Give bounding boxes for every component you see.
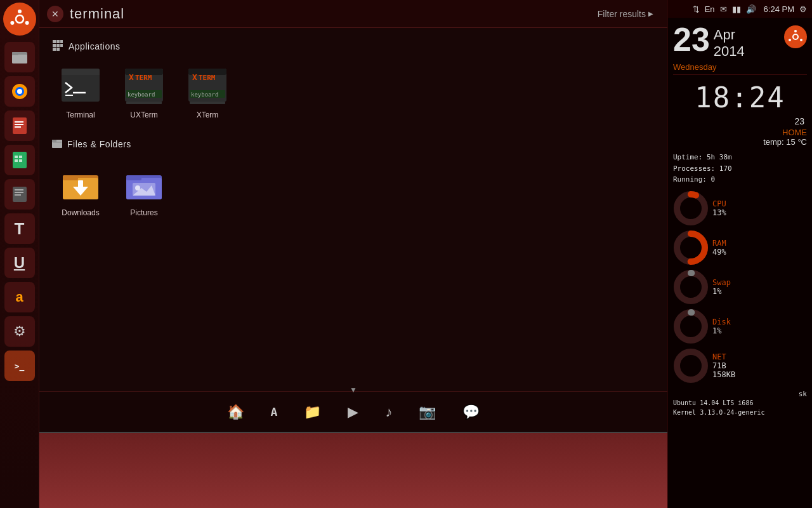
photos-dock-icon[interactable]: 📷 [415,400,440,424]
ubuntu-logo [784,25,807,48]
pictures-folder-label: Pictures [121,208,167,217]
uxterm-app-label: UXTerm [121,110,167,119]
keyboard-layout-label[interactable]: En [705,4,715,14]
svg-rect-34 [62,73,100,75]
files-dock-icon[interactable]: 📁 [300,400,325,424]
svg-rect-28 [56,44,60,47]
launcher-text-editor[interactable]: T [4,213,35,244]
xterm-app-icon: X TERM keyboard [187,66,228,107]
os-info: Ubuntu 14.04 LTS i686 Kernel 3.13.0-24-g… [673,398,807,417]
date-month-year: Apr 2014 [714,27,745,60]
net-gauge-chart [673,348,709,384]
filter-results-button[interactable]: Filter results ▶ [591,5,660,23]
running-label: Running: 0 [673,174,807,185]
swap-gauge-labels: Swap 1% [712,278,731,296]
kernel-version: Kernel 3.13.0-24-generic [673,408,807,417]
system-settings-icon[interactable]: ⚙ [799,4,807,14]
svg-rect-12 [15,121,23,123]
apps-dock-icon[interactable]: A [267,401,282,422]
swap-value: 1% [712,287,731,296]
downloads-folder-icon [60,164,101,204]
swap-gauge-row: Swap 1% [673,269,807,305]
cpu-label: CPU [712,199,726,208]
video-dock-icon[interactable]: ▶ [344,400,362,424]
launcher-documents[interactable] [4,110,35,141]
launcher-ebook[interactable] [4,179,35,210]
system-monitor: 23 Apr 2014 Wednesday 18:24 23 HOME temp… [668,18,812,508]
svg-rect-56 [63,175,78,180]
battery-icon: ▮▮ [732,4,741,14]
svg-point-3 [25,21,29,25]
sk-label: sk [673,390,807,398]
location-label: HOME [673,128,807,137]
svg-rect-18 [15,159,18,162]
ubuntu-button[interactable] [3,3,36,36]
net-label: NET [712,352,735,361]
svg-rect-7 [12,52,18,55]
disk-label: Disk [712,318,731,326]
dash-content: Applications _ Terminal [39,28,667,391]
swap-label: Swap [712,278,731,287]
processes-label: Processes: 170 [673,163,807,175]
terminal-app-item[interactable]: _ Terminal [52,61,109,124]
swap-gauge-chart [673,269,709,305]
net-up: 158KB [712,370,735,379]
terminal-app-icon: _ [60,66,101,107]
messages-dock-icon[interactable]: 💬 [459,400,483,424]
svg-text:keyboard: keyboard [191,91,218,98]
ram-gauge-chart [673,230,709,265]
svg-point-70 [677,194,705,222]
xterm-app-item[interactable]: X TERM keyboard XTerm [179,61,236,124]
net-down: 71B [712,361,735,370]
svg-rect-24 [53,40,56,43]
home-dock-icon[interactable]: 🏠 [223,400,248,424]
search-input[interactable] [70,6,591,22]
search-close-button[interactable]: ✕ [47,6,63,22]
date-display: 23 Apr 2014 [673,23,807,60]
date-month: Apr [714,27,735,43]
ubuntu-version: Ubuntu 14.04 LTS i686 [673,398,807,408]
svg-rect-22 [15,192,23,193]
applications-section-icon [52,39,63,53]
ram-value: 49% [712,248,726,257]
xterm-app-label: XTerm [184,110,231,119]
svg-point-10 [17,89,22,94]
volume-icon: 🔊 [746,4,756,14]
net-gauge-labels: NET 71B 158KB [712,352,735,379]
launcher-settings[interactable]: ⚙ [4,316,35,347]
svg-point-68 [800,39,802,41]
music-dock-icon[interactable]: ♪ [381,400,396,424]
svg-rect-31 [56,48,60,51]
date-weekday: Wednesday [673,62,807,75]
applications-section-title: Applications [69,41,121,51]
svg-rect-25 [56,40,60,43]
launcher-ubuntu-one[interactable]: U [4,248,35,278]
launcher-firefox[interactable] [4,76,35,107]
uxterm-app-item[interactable]: X TERM keyboard UXTerm [115,61,173,124]
files-section-title: Files & Folders [67,139,131,149]
launcher-amazon[interactable]: a [4,282,35,312]
svg-rect-16 [15,156,18,158]
launcher-files[interactable] [4,42,35,72]
ram-label: RAM [712,239,726,248]
filter-arrow-icon: ▶ [648,10,653,17]
svg-text:TERM: TERM [135,74,152,82]
svg-rect-14 [15,126,21,128]
bottom-dock: ▼ 🏠 A 📁 ▶ ♪ 📷 💬 [39,391,667,432]
launcher: T U a ⚙ >_ [0,0,39,508]
launcher-spreadsheet[interactable] [4,145,35,175]
disk-gauge-labels: Disk 1% [712,318,731,335]
temperature-label: temp: 15 °C [673,137,807,147]
pictures-folder-item[interactable]: Pictures [115,159,173,222]
svg-rect-13 [15,124,23,125]
svg-rect-23 [15,194,21,196]
svg-rect-26 [60,40,63,43]
dock-arrow-icon: ▼ [350,385,357,394]
uxterm-app-icon: X TERM keyboard [124,66,164,107]
downloads-folder-item[interactable]: Downloads [52,159,109,222]
mail-icon: ✉ [720,4,727,14]
search-bar: ✕ Filter results ▶ [39,0,667,28]
svg-text:TERM: TERM [199,74,216,82]
launcher-terminal[interactable]: >_ [4,351,35,381]
svg-point-78 [677,352,705,380]
